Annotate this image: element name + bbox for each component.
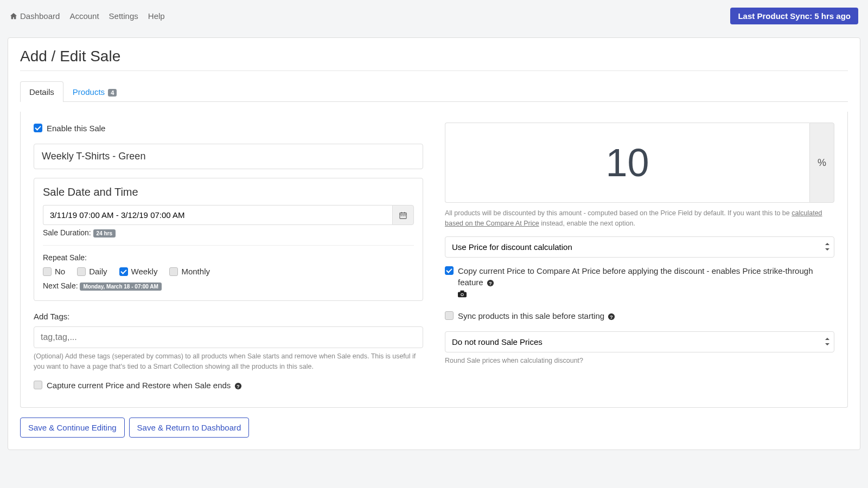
- tab-details[interactable]: Details: [20, 81, 63, 102]
- price-calc-select[interactable]: Use Price for discount calculation: [445, 236, 834, 258]
- right-column: % All products will be discounted by thi…: [445, 123, 834, 391]
- svg-text:?: ?: [237, 383, 239, 389]
- svg-text:?: ?: [610, 314, 613, 319]
- date-picker-button[interactable]: [392, 205, 414, 225]
- inner-divider: [43, 245, 414, 246]
- nav-dashboard[interactable]: Dashboard: [10, 11, 60, 21]
- next-sale-row: Next Sale: Monday, March 18 - 07:00 AM: [43, 281, 414, 291]
- svg-rect-2: [403, 215, 404, 216]
- tab-products-label: Products: [73, 87, 105, 97]
- sale-duration-label: Sale Duration:: [43, 228, 91, 237]
- repeat-daily-label: Daily: [89, 267, 107, 276]
- tags-label: Add Tags:: [34, 312, 423, 321]
- capture-price-checkbox[interactable]: [34, 381, 42, 389]
- discount-group: %: [445, 123, 834, 203]
- rounding-help-text: Round Sale prices when calculating disco…: [445, 356, 834, 366]
- nav-settings[interactable]: Settings: [109, 11, 138, 21]
- enable-sale-row[interactable]: Enable this Sale: [34, 123, 423, 134]
- repeat-monthly[interactable]: Monthly: [169, 266, 210, 276]
- details-pane: Enable this Sale Sale Date and Time Sale…: [20, 112, 848, 408]
- rounding-select[interactable]: Do not round Sale Prices: [445, 331, 834, 352]
- repeat-no[interactable]: No: [43, 266, 65, 276]
- tags-help-text: (Optional) Add these tags (seperated by …: [34, 351, 423, 372]
- discount-input[interactable]: [445, 123, 809, 203]
- svg-point-11: [461, 293, 463, 296]
- capture-price-label: Capture current Price and Restore when S…: [47, 380, 242, 391]
- next-sale-badge: Monday, March 18 - 07:00 AM: [80, 282, 161, 291]
- date-range-input[interactable]: [43, 205, 392, 225]
- home-icon: [10, 12, 17, 20]
- svg-text:?: ?: [489, 280, 492, 286]
- svg-rect-9: [460, 290, 464, 292]
- product-sync-button[interactable]: Last Product Sync: 5 hrs ago: [730, 8, 858, 24]
- sync-products-row[interactable]: Sync products in this sale before starti…: [445, 310, 834, 322]
- repeat-daily[interactable]: Daily: [77, 266, 107, 276]
- main-card: Add / Edit Sale Details Products 4 Enabl…: [8, 37, 860, 450]
- products-count-badge: 4: [108, 89, 117, 97]
- repeat-monthly-label: Monthly: [181, 267, 210, 276]
- enable-sale-checkbox[interactable]: [34, 124, 42, 132]
- calendar-icon: [399, 211, 407, 219]
- sync-products-checkbox[interactable]: [445, 311, 454, 320]
- topbar: Dashboard Account Settings Help Last Pro…: [0, 0, 868, 32]
- repeat-daily-checkbox[interactable]: [77, 267, 86, 276]
- help-icon: ?: [487, 279, 494, 287]
- help-icon: ?: [234, 382, 242, 390]
- discount-unit: %: [809, 123, 834, 203]
- nav-dashboard-label: Dashboard: [20, 11, 60, 21]
- help-icon: ?: [608, 313, 615, 320]
- sale-duration-row: Sale Duration: 24 hrs: [43, 228, 414, 237]
- tab-products[interactable]: Products 4: [63, 81, 126, 102]
- tags-input[interactable]: [34, 326, 423, 348]
- nav-help[interactable]: Help: [148, 11, 165, 21]
- repeat-monthly-checkbox[interactable]: [169, 267, 178, 276]
- repeat-weekly-label: Weekly: [131, 267, 158, 276]
- enable-sale-label: Enable this Sale: [47, 123, 105, 134]
- repeat-weekly-checkbox[interactable]: [119, 267, 128, 276]
- next-sale-label: Next Sale:: [43, 281, 78, 290]
- topbar-nav: Dashboard Account Settings Help: [10, 11, 165, 21]
- date-range-group: [43, 205, 414, 225]
- svg-rect-1: [401, 215, 402, 216]
- left-column: Enable this Sale Sale Date and Time Sale…: [34, 123, 423, 391]
- repeat-no-checkbox[interactable]: [43, 267, 52, 276]
- capture-price-row[interactable]: Capture current Price and Restore when S…: [34, 380, 423, 391]
- repeat-options: No Daily Weekly Monthly: [43, 266, 414, 276]
- repeat-weekly[interactable]: Weekly: [119, 266, 158, 276]
- price-calc-select-wrap: Use Price for discount calculation: [445, 236, 834, 258]
- date-panel: Sale Date and Time Sale Duration: 24 hrs…: [34, 178, 423, 301]
- sale-name-input[interactable]: [34, 144, 423, 169]
- repeat-sale-label: Repeat Sale:: [43, 253, 414, 262]
- tabs: Details Products 4: [20, 81, 848, 102]
- footer-buttons: Save & Continue Editing Save & Return to…: [20, 418, 848, 438]
- sale-duration-badge: 24 hrs: [93, 229, 116, 237]
- svg-rect-3: [405, 215, 406, 216]
- page-title: Add / Edit Sale: [20, 48, 848, 65]
- save-return-button[interactable]: Save & Return to Dashboard: [129, 418, 250, 438]
- nav-account[interactable]: Account: [69, 11, 99, 21]
- camera-icon: [458, 290, 467, 298]
- date-panel-title: Sale Date and Time: [43, 186, 414, 198]
- copy-price-checkbox[interactable]: [445, 266, 454, 275]
- discount-help-text: All products will be discounted by this …: [445, 208, 834, 229]
- repeat-no-label: No: [55, 267, 65, 276]
- copy-price-label: Copy current Price to Compare At Price b…: [458, 265, 834, 300]
- rounding-select-wrap: Do not round Sale Prices: [445, 331, 834, 352]
- save-continue-button[interactable]: Save & Continue Editing: [20, 418, 125, 438]
- divider: [20, 70, 848, 71]
- copy-price-row[interactable]: Copy current Price to Compare At Price b…: [445, 265, 834, 300]
- sync-products-label: Sync products in this sale before starti…: [458, 310, 615, 322]
